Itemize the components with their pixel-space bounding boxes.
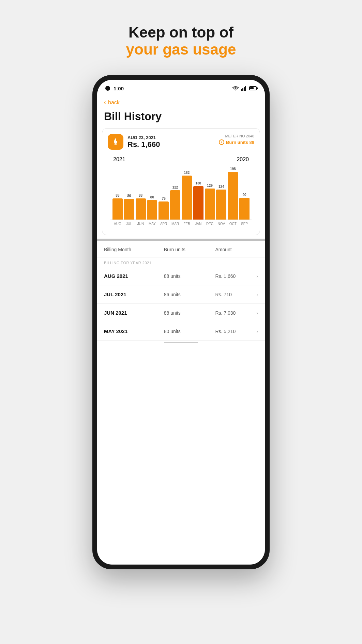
row-amount: Rs. 7,030 ›: [215, 310, 258, 316]
bar-rect: [112, 198, 123, 220]
back-nav[interactable]: ‹ back: [97, 95, 265, 107]
bar-rect: [205, 189, 215, 220]
bill-summary-card: AUG 23, 2021 Rs. 1,660 METER NO 2048 i B…: [102, 128, 260, 235]
status-left: 1:00: [105, 86, 124, 91]
row-units: 88 units: [164, 310, 215, 316]
month-label: DEC: [205, 222, 215, 226]
chart-year-left: 2021: [113, 156, 125, 163]
chart-bar-group: 124: [216, 185, 226, 220]
col-burn-units: Burn units: [164, 247, 215, 252]
chevron-right-icon: ›: [256, 329, 258, 334]
amount-value: Rs. 710: [215, 292, 231, 297]
bar-value-label: 198: [230, 167, 236, 171]
chevron-right-icon: ›: [256, 292, 258, 297]
bill-amount: Rs. 1,660: [127, 140, 160, 149]
bar-value-label: 90: [242, 193, 246, 197]
bar-value-label: 75: [162, 197, 166, 200]
month-label: JUL: [124, 222, 134, 226]
bill-card-right: METER NO 2048 i Burn units 88: [219, 134, 254, 145]
chevron-right-icon: ›: [256, 310, 258, 316]
bar-value-label: 124: [218, 185, 224, 189]
bar-rect: [159, 201, 169, 220]
scroll-indicator: [164, 342, 198, 343]
svg-point-4: [115, 144, 117, 145]
chevron-right-icon: ›: [256, 273, 258, 279]
chart-bar-group: 129: [205, 184, 215, 220]
table-header: Billing Month Burn units Amount: [97, 242, 265, 257]
chart-bar-group: 138: [193, 181, 203, 220]
chart-bar-group: 198: [228, 167, 238, 220]
bar-rect: [124, 199, 134, 220]
camera-dot: [105, 86, 110, 91]
chart-bar-group: 80: [147, 195, 157, 220]
col-billing-month: Billing Month: [104, 247, 164, 252]
chart-bars: 888688807512218213812912419890: [110, 165, 252, 220]
chart-bar-group: 75: [159, 197, 169, 220]
billing-table: AUG 2021 88 units Rs. 1,660 › JUL 2021 8…: [97, 267, 265, 341]
chart-bar-group: 88: [136, 194, 146, 220]
svg-rect-3: [245, 86, 246, 91]
headline-section: Keep on top of your gas usage: [126, 24, 236, 58]
chart-month-labels: AUGJULJUNMAYAPRMARFEBJANDECNOVOCTSEP: [110, 222, 252, 226]
chart-bar-group: 182: [182, 171, 192, 220]
bar-value-label: 122: [172, 185, 178, 189]
amount-value: Rs. 5,210: [215, 329, 236, 334]
month-label: JUN: [136, 222, 146, 226]
bill-date: AUG 23, 2021: [127, 135, 160, 140]
table-row[interactable]: AUG 2021 88 units Rs. 1,660 ›: [97, 267, 265, 285]
month-label: JAN: [193, 222, 203, 226]
bar-rect: [216, 190, 226, 220]
row-units: 86 units: [164, 292, 215, 297]
chart-year-labels: 2021 2020: [113, 156, 249, 163]
status-right: [232, 86, 257, 91]
row-month: JUN 2021: [104, 310, 164, 316]
month-label: APR: [159, 222, 169, 226]
headline-line2: your gas usage: [126, 41, 236, 58]
row-units: 88 units: [164, 273, 215, 279]
table-row[interactable]: JUL 2021 86 units Rs. 710 ›: [97, 285, 265, 304]
col-amount: Amount: [215, 247, 258, 252]
bar-rect: [182, 176, 192, 220]
meter-number: METER NO 2048: [219, 134, 254, 138]
chart-year-right: 2020: [237, 156, 249, 163]
bar-rect: [136, 198, 146, 220]
row-amount: Rs. 5,210 ›: [215, 329, 258, 334]
bar-chart: 2021 2020 888688807512218213812912419890…: [108, 154, 254, 229]
bar-rect: [239, 198, 250, 220]
flame-icon: [111, 137, 120, 146]
bar-value-label: 88: [139, 194, 142, 197]
amount-value: Rs. 1,660: [215, 273, 236, 279]
wifi-icon: [232, 86, 239, 91]
month-label: SEP: [239, 222, 250, 226]
bar-value-label: 88: [116, 194, 119, 197]
page-title: Bill History: [97, 107, 265, 128]
bar-rect: [193, 186, 203, 220]
back-label[interactable]: back: [108, 100, 120, 106]
month-label: FEB: [182, 222, 192, 226]
bar-value-label: 80: [150, 195, 154, 199]
month-label: NOV: [216, 222, 226, 226]
divider: [97, 239, 265, 241]
chart-bar-group: 122: [170, 185, 180, 220]
month-label: MAY: [147, 222, 157, 226]
svg-rect-0: [241, 89, 242, 91]
month-label: AUG: [112, 222, 123, 226]
bill-card-left: AUG 23, 2021 Rs. 1,660: [108, 134, 160, 150]
back-chevron-icon: ‹: [104, 99, 106, 106]
bar-rect: [170, 190, 180, 220]
amount-value: Rs. 7,030: [215, 310, 236, 316]
chart-bar-group: 88: [112, 194, 123, 220]
signal-icon: [241, 86, 247, 91]
section-year-2021: BILLING FOR YEAR 2021: [97, 257, 265, 267]
app-content[interactable]: ‹ back Bill History: [97, 95, 265, 565]
month-label: OCT: [228, 222, 238, 226]
bill-info: AUG 23, 2021 Rs. 1,660: [127, 135, 160, 149]
burn-units: i Burn units 88: [219, 139, 254, 145]
flame-icon-box: [108, 134, 123, 150]
table-row[interactable]: JUN 2021 88 units Rs. 7,030 ›: [97, 304, 265, 322]
table-row[interactable]: MAY 2021 80 units Rs. 5,210 ›: [97, 322, 265, 341]
phone-mockup: 1:00: [92, 75, 270, 569]
row-units: 80 units: [164, 329, 215, 334]
month-label: MAR: [170, 222, 180, 226]
bill-card-header: AUG 23, 2021 Rs. 1,660 METER NO 2048 i B…: [108, 134, 254, 150]
